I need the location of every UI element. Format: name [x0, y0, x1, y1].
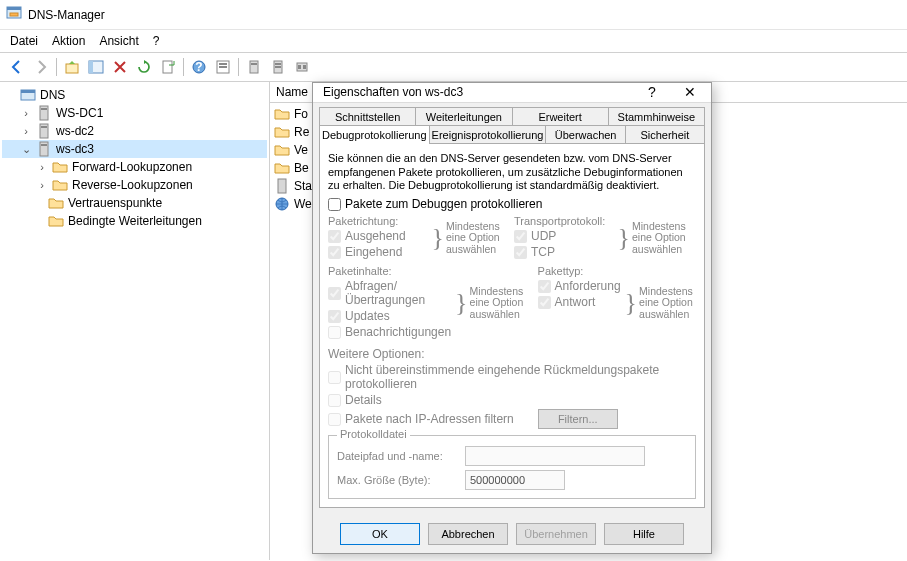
svg-rect-21	[21, 90, 35, 93]
chk-unmatched[interactable]: Nicht übereinstimmende eingehende Rückme…	[328, 363, 696, 391]
dialog-tabs: Schnittstellen Weiterleitungen Erweitert…	[313, 103, 711, 144]
note-type: }Mindestens eine Option auswählen	[625, 265, 703, 341]
tab-ereignisprotokollierung[interactable]: Ereignisprotokollierung	[430, 125, 547, 144]
chk-ipfilter[interactable]: Pakete nach IP-Adressen filtern	[328, 412, 514, 426]
tree-sub-0[interactable]: › Forward-Lookupzonen	[2, 158, 267, 176]
folder-icon	[274, 160, 290, 176]
input-maxsize[interactable]	[465, 470, 565, 490]
toolbar-help-icon[interactable]: ?	[188, 56, 210, 78]
folder-icon	[274, 142, 290, 158]
svg-rect-16	[275, 66, 281, 68]
window-title: DNS-Manager	[28, 8, 105, 22]
dialog-help-button[interactable]: ?	[637, 84, 667, 100]
svg-rect-3	[66, 64, 78, 73]
filter-button[interactable]: Filtern...	[538, 409, 618, 429]
chk-eingehend[interactable]: Eingehend	[328, 245, 428, 259]
cancel-button[interactable]: Abbrechen	[428, 523, 508, 545]
folder-icon	[274, 124, 290, 140]
toolbar-refresh-icon[interactable]	[133, 56, 155, 78]
svg-rect-10	[219, 63, 227, 65]
tab-sicherheit[interactable]: Sicherheit	[626, 125, 705, 144]
menu-aktion[interactable]: Aktion	[52, 34, 85, 48]
menu-datei[interactable]: Datei	[10, 34, 38, 48]
fieldset-logfile: Protokolldatei Dateipfad und -name: Max.…	[328, 435, 696, 499]
svg-rect-1	[7, 7, 21, 10]
toolbar-props-icon[interactable]	[212, 56, 234, 78]
tab-weiterleitungen[interactable]: Weiterleitungen	[416, 107, 512, 126]
server-icon	[36, 141, 52, 157]
toolbar-export-icon[interactable]	[157, 56, 179, 78]
toolbar-server1-icon[interactable]	[243, 56, 265, 78]
toolbar-server2-icon[interactable]	[267, 56, 289, 78]
window-titlebar: DNS-Manager	[0, 0, 907, 30]
menu-help[interactable]: ?	[153, 34, 160, 48]
dns-root-icon	[20, 87, 36, 103]
tree-pane[interactable]: DNS › WS-DC1 › ws-dc2 ⌄ ws-dc3 › Forward…	[0, 82, 270, 560]
apply-button[interactable]: Übernehmen	[516, 523, 596, 545]
chk-tcp[interactable]: TCP	[514, 245, 614, 259]
tree-server-2[interactable]: ⌄ ws-dc3	[2, 140, 267, 158]
chk-udp[interactable]: UDP	[514, 229, 614, 243]
svg-rect-19	[303, 65, 306, 69]
ok-button[interactable]: OK	[340, 523, 420, 545]
svg-rect-28	[278, 179, 286, 193]
toolbar: ?	[0, 53, 907, 82]
tab-erweitert[interactable]: Erweitert	[513, 107, 609, 126]
tree-label: DNS	[40, 88, 65, 102]
toolbar-back[interactable]	[6, 56, 28, 78]
svg-rect-12	[250, 61, 258, 73]
tree-sub-3[interactable]: Bedingte Weiterleitungen	[2, 212, 267, 230]
note-transport: }Mindestens eine Option auswählen	[618, 215, 696, 261]
chevron-right-icon[interactable]: ›	[36, 179, 48, 191]
chevron-right-icon[interactable]: ›	[20, 107, 32, 119]
tree-server-1[interactable]: › ws-dc2	[2, 122, 267, 140]
tree-label: ws-dc3	[56, 142, 94, 156]
app-icon	[6, 5, 22, 24]
tab-debugprotokollierung[interactable]: Debugprotokollierung	[319, 125, 430, 144]
tree-sub-2[interactable]: Vertrauenspunkte	[2, 194, 267, 212]
tab-schnittstellen[interactable]: Schnittstellen	[319, 107, 416, 126]
chk-details[interactable]: Details	[328, 393, 696, 407]
tree-sub-1[interactable]: › Reverse-Lookupzonen	[2, 176, 267, 194]
chk-enable-debug-box[interactable]	[328, 198, 341, 211]
toolbar-server3-icon[interactable]	[291, 56, 313, 78]
toolbar-up-icon[interactable]	[61, 56, 83, 78]
chk-enable-debug[interactable]: Pakete zum Debuggen protokollieren	[328, 197, 696, 211]
tree-label: Forward-Lookupzonen	[72, 160, 192, 174]
chk-anforderung[interactable]: Anforderung	[538, 279, 621, 293]
group-other: Weitere Optionen:	[328, 347, 696, 361]
chk-updates[interactable]: Updates	[328, 309, 451, 323]
chk-ausgehend[interactable]: Ausgehend	[328, 229, 428, 243]
svg-rect-15	[275, 63, 281, 65]
list-item-label: Ve	[294, 143, 308, 157]
chevron-right-icon[interactable]: ›	[36, 161, 48, 173]
dialog-button-bar: OK Abbrechen Übernehmen Hilfe	[313, 515, 711, 553]
group-direction: Paketrichtung:	[328, 215, 428, 227]
folder-icon	[52, 159, 68, 175]
tab-ueberwachen[interactable]: Überwachen	[546, 125, 625, 144]
help-button[interactable]: Hilfe	[604, 523, 684, 545]
tree-server-0[interactable]: › WS-DC1	[2, 104, 267, 122]
input-path[interactable]	[465, 446, 645, 466]
chevron-right-icon[interactable]: ›	[20, 125, 32, 137]
server-icon	[36, 123, 52, 139]
close-icon[interactable]: ✕	[675, 84, 705, 100]
globe-icon	[274, 196, 290, 212]
chk-abfragen[interactable]: Abfragen/ Übertragungen	[328, 279, 451, 307]
svg-rect-6	[163, 61, 172, 73]
tree-root-dns[interactable]: DNS	[2, 86, 267, 104]
svg-rect-5	[89, 61, 93, 73]
toolbar-forward[interactable]	[30, 56, 52, 78]
list-item-label: Sta	[294, 179, 312, 193]
server-icon	[36, 105, 52, 121]
chk-benachrichtigungen[interactable]: Benachrichtigungen	[328, 325, 451, 339]
tab-body: Sie können die an den DNS-Server gesende…	[319, 143, 705, 508]
tree-label: Vertrauenspunkte	[68, 196, 162, 210]
toolbar-view-icon[interactable]	[85, 56, 107, 78]
chk-antwort[interactable]: Antwort	[538, 295, 621, 309]
menu-ansicht[interactable]: Ansicht	[99, 34, 138, 48]
toolbar-delete-icon[interactable]	[109, 56, 131, 78]
tab-stammhinweise[interactable]: Stammhinweise	[609, 107, 705, 126]
chevron-down-icon[interactable]: ⌄	[20, 143, 32, 156]
svg-rect-2	[10, 13, 18, 16]
